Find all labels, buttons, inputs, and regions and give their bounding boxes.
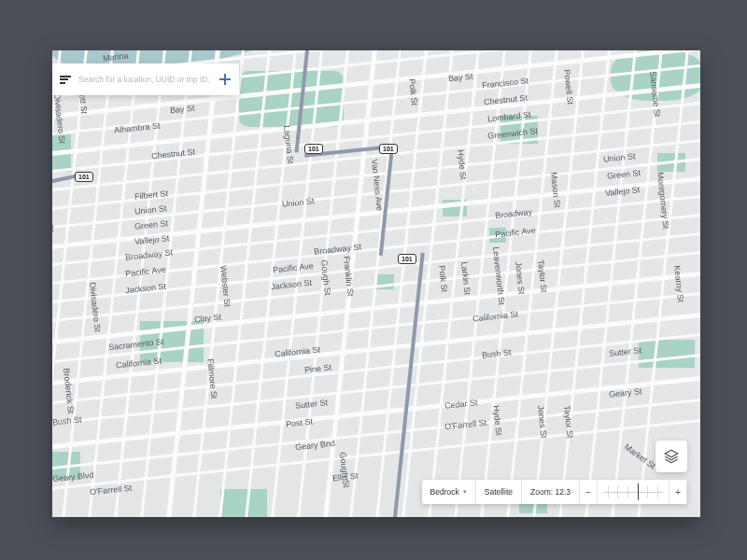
menu-sort-icon[interactable] bbox=[60, 76, 71, 84]
highway-shield: 101 bbox=[398, 254, 416, 264]
street-label: Broderick St bbox=[62, 368, 76, 414]
street-label: Francisco St bbox=[482, 76, 529, 90]
street-label: Pacific Ave bbox=[125, 265, 167, 279]
zoom-slider[interactable] bbox=[597, 480, 669, 504]
style-selector[interactable]: Bedrock▾ bbox=[422, 480, 476, 504]
street-label: Larkin St bbox=[459, 261, 472, 295]
layers-button[interactable] bbox=[655, 441, 687, 472]
zoom-in-button[interactable]: + bbox=[669, 486, 686, 497]
street-label: Bush St bbox=[52, 414, 82, 427]
layers-icon bbox=[663, 448, 680, 465]
style-label: Bedrock bbox=[430, 487, 459, 497]
street-label: Market St bbox=[623, 442, 657, 471]
zoom-out-button[interactable]: − bbox=[580, 486, 597, 497]
street-label: Jones St bbox=[536, 405, 549, 439]
highway-shield: 101 bbox=[379, 144, 398, 154]
street-label: Broadway bbox=[495, 207, 533, 220]
street-label: Sutter St bbox=[295, 398, 329, 411]
zoom-readout: Zoom: 12.3 bbox=[522, 480, 580, 504]
highway-shield: 101 bbox=[75, 172, 93, 182]
street-label: Jackson St bbox=[271, 278, 313, 292]
street-label: Polk St bbox=[407, 78, 419, 105]
street-label: Green St bbox=[134, 218, 169, 231]
street-label: California St bbox=[116, 356, 162, 370]
street-label: Green St bbox=[607, 168, 641, 181]
street-label: Baker St bbox=[52, 200, 56, 232]
street-label: Polk St bbox=[437, 265, 449, 292]
street-label: Bush St bbox=[482, 347, 512, 359]
street-label: Cedar St bbox=[444, 398, 478, 411]
street-label: Broadway St bbox=[125, 247, 174, 261]
street-label: Mason St bbox=[549, 172, 562, 208]
map-controls-bar: Bedrock▾ Satellite Zoom: 12.3 − + bbox=[422, 480, 687, 504]
park bbox=[639, 340, 695, 368]
map-window: 101 101 101 101 Marina Francisco St Bay … bbox=[52, 50, 700, 517]
chevron-down-icon: ▾ bbox=[463, 488, 467, 496]
street-label: Alhambra St bbox=[114, 120, 161, 134]
street-label: Bay St bbox=[170, 104, 195, 116]
street-label: Geary St bbox=[609, 386, 642, 399]
search-input[interactable] bbox=[78, 75, 211, 84]
zoom-slider-handle[interactable] bbox=[638, 483, 640, 500]
street-label: California St bbox=[472, 309, 519, 323]
street-label: Van Ness Ave bbox=[370, 159, 385, 211]
add-button[interactable] bbox=[218, 73, 232, 86]
street-label: Union St bbox=[603, 151, 636, 164]
street-label: Divisadero St bbox=[88, 282, 103, 332]
map-canvas[interactable]: 101 101 101 101 Marina Francisco St Bay … bbox=[52, 50, 700, 517]
zoom-control: − + bbox=[580, 480, 687, 504]
street-label: Filbert St bbox=[134, 189, 169, 202]
satellite-toggle[interactable]: Satellite bbox=[476, 480, 522, 504]
street-label: Union St bbox=[282, 196, 315, 209]
street-label: Bay St bbox=[448, 72, 473, 84]
park bbox=[220, 489, 267, 517]
street-label: Sutter St bbox=[609, 345, 642, 358]
street-label: Hyde St bbox=[491, 405, 503, 436]
highway-shield: 101 bbox=[304, 144, 323, 154]
street-label: Jones St bbox=[514, 261, 527, 295]
search-bar bbox=[52, 63, 239, 95]
